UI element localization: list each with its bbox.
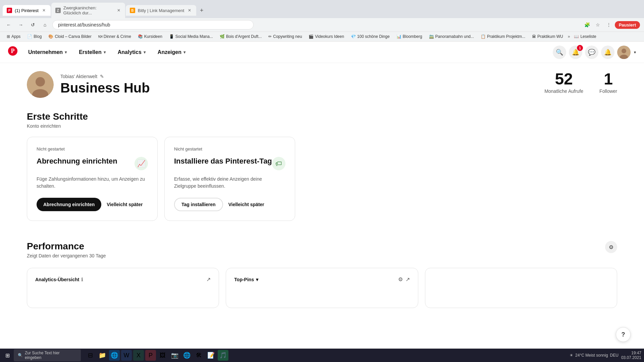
language-indicator: DEU: [610, 353, 619, 358]
tab-zwerg[interactable]: Z Zwergkaninchen: Glücklich dur... ✕: [51, 3, 125, 18]
performance-filter-button[interactable]: ⚙: [605, 241, 617, 253]
search-button[interactable]: 🔍: [553, 46, 566, 59]
edit-icon[interactable]: ✎: [100, 74, 104, 79]
page-title: Business Hub: [60, 80, 150, 96]
abrechnung-einrichten-button[interactable]: Abrechnung einrichten: [37, 198, 101, 211]
browser-settings-icon[interactable]: ⋮: [604, 20, 613, 29]
message-icon: 💬: [588, 49, 595, 56]
nav-label-analytics: Analytics: [118, 49, 142, 55]
user-avatar-button[interactable]: [617, 46, 631, 59]
bookmark-bloomberg[interactable]: 📊Bloomberg: [394, 33, 425, 40]
taskbar-app-files[interactable]: 📁: [97, 350, 108, 361]
bookmark-praktikum1[interactable]: 📋Praktikum Projektm...: [478, 33, 528, 40]
card-tag-header: Installiere das Pinterest-Tag 🏷: [174, 157, 285, 170]
forward-button[interactable]: →: [16, 20, 25, 29]
taskbar-app-dev[interactable]: 🛠: [194, 350, 204, 361]
new-tab-button[interactable]: +: [197, 6, 206, 15]
taskbar-time: 19:47 03.07.2021: [621, 351, 641, 360]
erste-schritte-section: Erste Schritte Konto einrichten Nicht ge…: [27, 111, 617, 221]
bookmark-copywriting[interactable]: ✏Copywriting neu: [266, 33, 305, 40]
address-input[interactable]: [52, 20, 254, 29]
nav-label-erstellen: Erstellen: [79, 49, 102, 55]
bookmark-cloid[interactable]: 🎨Cloid – Canva Bilder: [46, 33, 94, 40]
search-icon: 🔍: [556, 49, 563, 56]
tag-installieren-button[interactable]: Tag installieren: [174, 198, 223, 211]
help-button[interactable]: ?: [616, 327, 631, 342]
notifications-button[interactable]: 🔔 1: [569, 46, 582, 59]
chevron-down-icon-top-pins[interactable]: ▾: [256, 277, 258, 282]
taskbar-app-music[interactable]: 🎵: [218, 350, 228, 361]
nav-item-anzeigen[interactable]: Anzeigen ▾: [152, 47, 191, 58]
bookmark-blog[interactable]: 📄Blog: [24, 33, 44, 40]
tab-bitly[interactable]: B Bitly | Link Management ✕: [126, 5, 197, 16]
nav-item-unternehmen[interactable]: Unternehmen ▾: [23, 47, 72, 58]
avatar-chevron-icon[interactable]: ▾: [634, 50, 636, 55]
reload-button[interactable]: ↺: [28, 20, 38, 29]
tab-favicon-zwerg: Z: [55, 8, 61, 13]
perf-card-analytics: Analytics-Übersicht ℹ ↗: [27, 268, 219, 308]
bookmark-bois[interactable]: 🌿Bois d'Argent Duft...: [217, 33, 264, 40]
taskbar-app-notes[interactable]: 📝: [206, 350, 216, 361]
taskbar-app-photos[interactable]: 🖼: [157, 350, 168, 361]
filter-icon-top-pins[interactable]: ⚙: [398, 276, 403, 283]
bookmark-panorama[interactable]: 🚞Panoramabahn und...: [426, 33, 477, 40]
taskbar-app-excel[interactable]: X: [133, 350, 144, 361]
alerts-button[interactable]: 🔔: [601, 46, 614, 59]
bookmark-praktikumwu[interactable]: 🏛Praktikum WU: [529, 33, 566, 40]
pinterest-logo[interactable]: P: [8, 46, 17, 58]
taskbar-app-taskview[interactable]: ⊟: [85, 350, 96, 361]
taskbar-app-edge[interactable]: 🌐: [109, 350, 120, 361]
external-link-icon-analytics[interactable]: ↗: [206, 276, 211, 283]
start-button[interactable]: ⊞: [3, 351, 12, 360]
taskbar-app-camera[interactable]: 📷: [169, 350, 180, 361]
tab-close-bitly[interactable]: ✕: [187, 8, 192, 13]
taskbar-search-text: Zur Suche Text hier eingeben: [25, 351, 77, 360]
cards-grid: Nicht gestartet Abrechnung einrichten 📈 …: [27, 137, 295, 221]
bookmark-icon-cloid: 🎨: [48, 34, 53, 39]
bookmark-dinner[interactable]: 🍽Dinner & Crime: [96, 33, 134, 40]
taskbar-search[interactable]: 🔍 Zur Suche Text hier eingeben: [14, 349, 81, 361]
tag-icon: 🏷: [272, 157, 285, 170]
bookmark-apps[interactable]: ⊞Apps: [4, 33, 23, 40]
more-bookmarks-button[interactable]: »: [568, 34, 570, 39]
bookmark-star-icon[interactable]: ☆: [593, 20, 603, 29]
nav-item-analytics[interactable]: Analytics ▾: [112, 47, 151, 58]
tab-close-zwerg[interactable]: ✕: [117, 8, 121, 13]
card-tag-desc: Erfasse, wie effektiv deine Anzeigen dei…: [174, 176, 285, 190]
bookmark-leseliste[interactable]: 📖Leseliste: [571, 33, 599, 40]
extensions-icon[interactable]: 🧩: [583, 20, 592, 29]
tab-favicon-pinterest: P: [7, 8, 12, 13]
home-button[interactable]: ⌂: [40, 20, 50, 29]
taskbar-app-powerpoint[interactable]: P: [145, 350, 156, 361]
tab-pinterest[interactable]: P (1) Pinterest ✕: [3, 5, 51, 16]
external-link-icon-top-pins[interactable]: ↗: [406, 276, 410, 283]
monthly-views-label: Monatliche Aufrufe: [544, 88, 583, 94]
bookmark-videokurs[interactable]: 🎬Videokurs Ideen: [306, 33, 347, 40]
nav-item-erstellen[interactable]: Erstellen ▾: [73, 47, 111, 58]
taskbar-app-word[interactable]: W: [121, 350, 132, 361]
bookmark-social[interactable]: 📱Social Media Mana...: [166, 33, 216, 40]
taskbar-app-chrome[interactable]: 🌐: [181, 350, 192, 361]
tab-label-zwerg: Zwergkaninchen: Glücklich dur...: [63, 5, 114, 15]
info-icon[interactable]: ℹ: [81, 277, 83, 282]
browser-profile-button[interactable]: Pausiert: [615, 21, 640, 29]
tab-close-pinterest[interactable]: ✕: [41, 8, 47, 13]
card-abrechnung-actions: Abrechnung einrichten Vielleicht später: [37, 198, 148, 211]
clock-date: 03.07.2021: [621, 355, 641, 360]
chevron-down-icon-unternehmen: ▾: [65, 50, 67, 55]
erste-schritte-subtitle: Konto einrichten: [27, 123, 617, 129]
card-abrechnung-desc: Füge Zahlungsinformationen hinzu, um Anz…: [37, 176, 148, 190]
performance-header: Performance Zeigt Daten der vergangenen …: [27, 241, 617, 266]
bookmark-100dinge[interactable]: 💎100 schöne Dinge: [348, 33, 392, 40]
taskbar-apps: ⊟ 📁 🌐 W X P 🖼 📷 🌐 🛠 📝 🎵: [85, 350, 228, 361]
performance-subtitle: Zeigt Daten der vergangenen 30 Tage: [27, 253, 106, 258]
messages-button[interactable]: 💬: [585, 46, 598, 59]
perf-card-analytics-header: Analytics-Übersicht ℹ ↗: [35, 276, 211, 283]
bookmark-icon-videokurs: 🎬: [309, 34, 314, 39]
profile-info: Tobias' Aktienwelt ✎ Business Hub: [60, 74, 150, 96]
bookmark-kursideen[interactable]: 📚Kursideen: [135, 33, 165, 40]
back-button[interactable]: ←: [4, 20, 13, 29]
weather-text: 24°C Meist sonnig: [575, 353, 608, 358]
abrechnung-vielleicht-button[interactable]: Vielleicht später: [107, 202, 143, 207]
tag-vielleicht-button[interactable]: Vielleicht später: [228, 202, 264, 207]
